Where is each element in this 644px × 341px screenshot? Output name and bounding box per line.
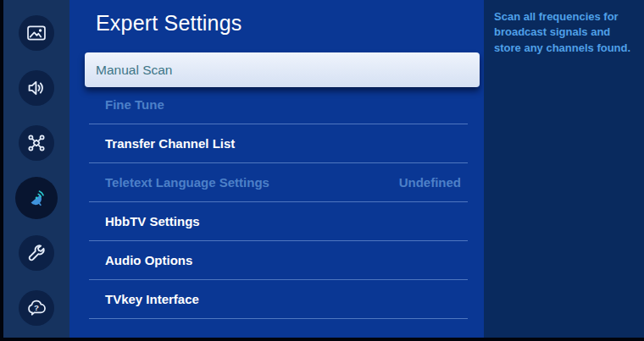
support-cloud-icon: ? bbox=[25, 297, 47, 319]
settings-category-sidebar: ? bbox=[3, 0, 69, 341]
menu-item-label: Transfer Channel List bbox=[105, 136, 235, 151]
menu-item-value: Undefined bbox=[399, 175, 461, 190]
menu-item-label: TVkey Interface bbox=[105, 292, 199, 306]
menu-list: Fine Tune Transfer Channel List Teletext… bbox=[89, 85, 468, 319]
menu-item-transfer-channel-list[interactable]: Transfer Channel List bbox=[89, 124, 468, 163]
sidebar-item-picture[interactable] bbox=[19, 15, 54, 51]
satellite-dish-icon bbox=[25, 187, 47, 209]
page-title: Expert Settings bbox=[96, 11, 242, 36]
menu-item-teletext-language-settings[interactable]: Teletext Language Settings Undefined bbox=[89, 163, 468, 202]
menu-item-fine-tune[interactable]: Fine Tune bbox=[89, 85, 468, 124]
sidebar-item-broadcasting[interactable] bbox=[15, 177, 58, 219]
sidebar-item-connection[interactable] bbox=[19, 125, 54, 161]
menu-item-label: Manual Scan bbox=[96, 63, 172, 78]
menu-item-label: HbbTV Settings bbox=[105, 214, 200, 228]
sidebar-item-support[interactable]: ? bbox=[19, 290, 54, 326]
expert-settings-panel: Expert Settings Manual Scan Fine Tune Tr… bbox=[69, 0, 484, 341]
menu-item-audio-options[interactable]: Audio Options bbox=[89, 241, 468, 280]
connection-icon bbox=[25, 132, 47, 154]
description-panel: Scan all frequencies for broadcast signa… bbox=[484, 0, 644, 341]
screen-left-edge bbox=[0, 0, 3, 341]
menu-item-label: Audio Options bbox=[105, 253, 192, 267]
sound-icon bbox=[25, 77, 47, 99]
picture-icon bbox=[25, 22, 47, 44]
screen-bottom-edge bbox=[0, 338, 644, 341]
svg-text:?: ? bbox=[34, 303, 39, 312]
sidebar-item-general[interactable] bbox=[19, 235, 54, 271]
menu-item-label: Fine Tune bbox=[105, 97, 164, 112]
description-text: Scan all frequencies for broadcast signa… bbox=[494, 9, 634, 56]
menu-item-hbbtv-settings[interactable]: HbbTV Settings bbox=[89, 202, 468, 241]
menu-item-label: Teletext Language Settings bbox=[105, 175, 269, 190]
wrench-icon bbox=[25, 242, 47, 264]
menu-item-tvkey-interface[interactable]: TVkey Interface bbox=[89, 280, 468, 319]
menu-item-manual-scan[interactable]: Manual Scan bbox=[85, 52, 480, 87]
tv-settings-screen: ? Expert Settings Manual Scan Fine Tune … bbox=[0, 0, 644, 341]
sidebar-item-sound[interactable] bbox=[19, 70, 54, 106]
